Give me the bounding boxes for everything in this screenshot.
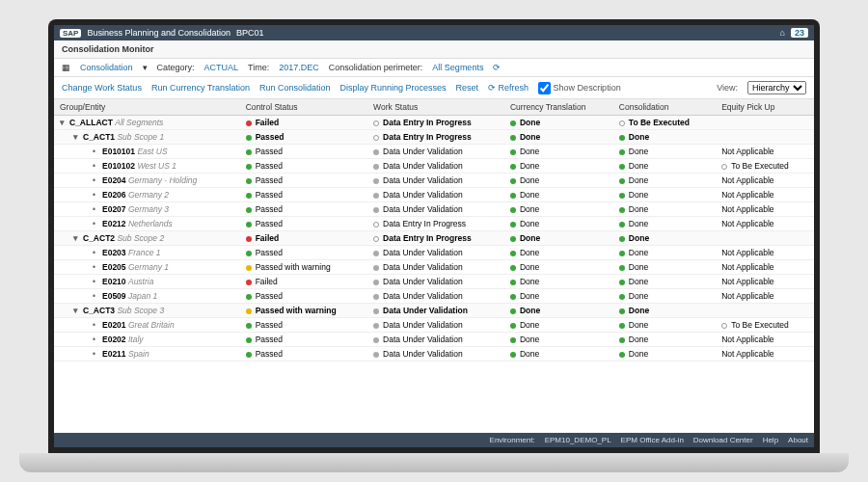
change-work-status-button[interactable]: Change Work Status xyxy=(62,83,142,93)
table-row[interactable]: •E0212 NetherlandsPassedData Entry In Pr… xyxy=(54,217,814,231)
col-control[interactable]: Control Status xyxy=(240,99,367,116)
table-row[interactable]: •E0509 Japan 1PassedData Under Validatio… xyxy=(54,289,814,304)
notification-badge[interactable]: 23 xyxy=(791,28,808,38)
cell-entity: ▾C_ACT2 Sub Scope 2 xyxy=(54,231,240,246)
status-dot-icon xyxy=(246,222,252,228)
table-row[interactable]: •E0211 SpainPassedData Under ValidationD… xyxy=(54,347,814,362)
table-row[interactable]: •E0202 ItalyPassedData Under ValidationD… xyxy=(54,333,814,347)
consolidation-table: Group/Entity Control Status Work Status … xyxy=(54,99,814,362)
view-select[interactable]: Hierarchy xyxy=(747,81,806,94)
footer-env-value: EPM10_DEMO_PL xyxy=(545,436,611,444)
expand-icon[interactable]: ▾ xyxy=(73,233,83,243)
table-row[interactable]: ▾C_ALLACT All SegmentsFailedData Entry I… xyxy=(54,116,814,130)
cell-work: Data Under Validation xyxy=(367,159,504,174)
status-dot-icon xyxy=(373,193,379,199)
home-icon[interactable]: ⌂ xyxy=(780,28,785,38)
table-header-row: Group/Entity Control Status Work Status … xyxy=(54,99,814,116)
col-work[interactable]: Work Status xyxy=(367,99,504,116)
status-dot-icon xyxy=(510,352,516,358)
refresh-perimeter-icon[interactable] xyxy=(493,63,501,72)
table-wrap[interactable]: Group/Entity Control Status Work Status … xyxy=(54,99,814,433)
table-row[interactable]: •E0210 AustriaFailedData Under Validatio… xyxy=(54,275,814,289)
run-currency-button[interactable]: Run Currency Translation xyxy=(151,83,250,93)
leaf-bullet-icon: • xyxy=(93,349,102,359)
category-value[interactable]: ACTUAL xyxy=(204,63,239,72)
reset-button[interactable]: Reset xyxy=(456,83,479,93)
col-equity[interactable]: Equity Pick Up xyxy=(716,99,814,116)
col-currency[interactable]: Currency Translation xyxy=(504,99,613,116)
cell-currency: Done xyxy=(504,289,613,304)
table-row[interactable]: •E0206 Germany 2PassedData Under Validat… xyxy=(54,188,814,202)
status-dot-icon xyxy=(373,120,379,126)
status-dot-icon xyxy=(510,178,516,184)
table-row[interactable]: ▾C_ACT1 Sub Scope 1PassedData Entry In P… xyxy=(54,130,814,145)
consolidation-dropdown[interactable]: Consolidation xyxy=(80,63,133,72)
cell-currency: Done xyxy=(504,246,613,260)
cell-work: Data Entry In Progress xyxy=(367,231,504,246)
refresh-button[interactable]: ⟳ Refresh xyxy=(488,83,529,93)
cell-entity: •E0206 Germany 2 xyxy=(54,188,240,202)
leaf-bullet-icon: • xyxy=(93,175,102,185)
status-dot-icon xyxy=(619,135,625,141)
leaf-bullet-icon: • xyxy=(93,248,102,257)
app-title: Business Planning and Consolidation xyxy=(87,28,231,38)
footer-help-link[interactable]: Help xyxy=(763,436,778,444)
cell-work: Data Entry In Progress xyxy=(367,116,504,130)
expand-icon[interactable]: ▾ xyxy=(73,132,83,142)
col-group[interactable]: Group/Entity xyxy=(54,99,240,116)
footer-about-link[interactable]: About xyxy=(788,436,808,444)
status-dot-icon xyxy=(510,164,516,170)
table-row[interactable]: •E0207 Germany 3PassedData Under Validat… xyxy=(54,202,814,217)
view-label: View: xyxy=(717,83,738,93)
display-running-button[interactable]: Display Running Processes xyxy=(339,83,446,93)
cell-currency: Done xyxy=(504,275,613,289)
table-row[interactable]: ▾C_ACT3 Sub Scope 3Passed with warningDa… xyxy=(54,304,814,318)
table-row[interactable]: •E0204 Germany - HoldingPassedData Under… xyxy=(54,174,814,188)
titlebar: SAP Business Planning and Consolidation … xyxy=(54,25,814,40)
status-dot-icon xyxy=(246,352,252,358)
col-consolidation[interactable]: Consolidation xyxy=(613,99,716,116)
expand-icon[interactable]: ▾ xyxy=(73,306,83,315)
consolidation-dropdown-icon[interactable]: ▦ xyxy=(62,63,70,72)
cell-currency: Done xyxy=(504,116,613,130)
cell-control: Passed with warning xyxy=(240,304,367,318)
status-dot-icon xyxy=(373,294,379,300)
cell-equity xyxy=(716,231,814,246)
footer-env-label: Environment: xyxy=(490,436,535,444)
cell-consolidation: Done xyxy=(613,318,716,333)
status-dot-icon xyxy=(373,337,379,343)
time-value[interactable]: 2017.DEC xyxy=(279,63,319,72)
footer-addin-link[interactable]: EPM Office Add-in xyxy=(621,436,684,444)
status-dot-icon xyxy=(619,251,625,256)
expand-icon[interactable]: ▾ xyxy=(60,118,69,127)
leaf-bullet-icon: • xyxy=(93,161,102,171)
table-row[interactable]: •E0203 France 1PassedData Under Validati… xyxy=(54,246,814,260)
laptop-frame: SAP Business Planning and Consolidation … xyxy=(48,19,820,453)
cell-currency: Done xyxy=(504,217,613,231)
leaf-bullet-icon: • xyxy=(93,277,102,286)
table-row[interactable]: ▾C_ACT2 Sub Scope 2FailedData Entry In P… xyxy=(54,231,814,246)
perimeter-value[interactable]: All Segments xyxy=(432,63,483,72)
chevron-down-icon[interactable]: ▾ xyxy=(143,63,148,72)
table-row[interactable]: •E0205 Germany 1Passed with warningData … xyxy=(54,260,814,275)
table-row[interactable]: •E010101 East USPassedData Under Validat… xyxy=(54,145,814,159)
cell-equity xyxy=(716,130,814,145)
cell-currency: Done xyxy=(504,174,613,188)
cell-control: Passed xyxy=(240,347,367,362)
status-dot-icon xyxy=(510,294,516,300)
status-dot-icon xyxy=(510,308,516,314)
table-row[interactable]: •E010102 West US 1PassedData Under Valid… xyxy=(54,159,814,174)
footer-download-link[interactable]: Download Center xyxy=(693,436,753,444)
status-dot-icon xyxy=(246,164,252,170)
cell-consolidation: Done xyxy=(613,231,716,246)
cell-work: Data Under Validation xyxy=(367,333,504,347)
cell-entity: •E0204 Germany - Holding xyxy=(54,174,240,188)
status-dot-icon xyxy=(246,120,252,126)
table-row[interactable]: •E0201 Great BritainPassedData Under Val… xyxy=(54,318,814,333)
run-consolidation-button[interactable]: Run Consolidation xyxy=(259,83,331,93)
status-dot-icon xyxy=(373,352,379,358)
action-bar: Change Work Status Run Currency Translat… xyxy=(54,77,814,99)
leaf-bullet-icon: • xyxy=(93,147,102,156)
show-description-checkbox[interactable]: Show Description xyxy=(538,82,621,94)
cell-consolidation: Done xyxy=(613,304,716,318)
